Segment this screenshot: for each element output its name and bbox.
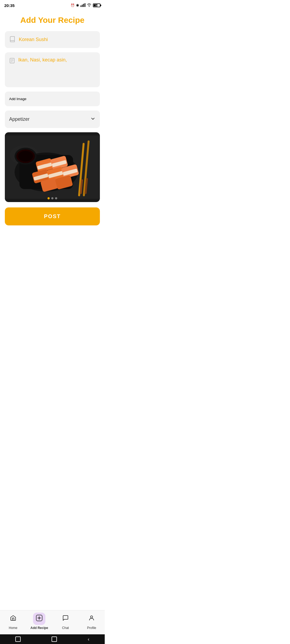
svg-rect-2 [83, 4, 84, 7]
bluetooth-icon: ✱ [76, 3, 79, 8]
svg-rect-3 [85, 3, 85, 7]
recipe-name-input[interactable] [19, 37, 96, 42]
category-label: Appetizer [9, 116, 30, 122]
list-icon [9, 58, 15, 64]
status-time: 20:35 [4, 3, 15, 8]
food-image [5, 132, 100, 202]
image-dots [48, 197, 57, 199]
svg-point-16 [18, 151, 33, 162]
dot-1 [51, 197, 53, 199]
chevron-down-icon [90, 116, 96, 123]
dot-active [48, 197, 50, 199]
dot-2 [55, 197, 57, 199]
ingredients-field[interactable]: Ikan, Nasi, kecap asin, [5, 52, 100, 87]
signal-icon [81, 3, 85, 8]
alarm-icon: ⏰ [71, 3, 75, 7]
post-label: POST [44, 213, 61, 219]
battery-icon: 54 [93, 3, 100, 7]
status-bar: 20:35 ⏰ ✱ 54 [0, 0, 105, 11]
page-content: Add Your Recipe Ikan, Nasi, kecap asin, … [0, 11, 105, 252]
wifi-icon [87, 3, 92, 8]
ingredients-input[interactable]: Ikan, Nasi, kecap asin, [18, 57, 96, 80]
add-image-label: Add Image [9, 97, 26, 101]
category-dropdown[interactable]: Appetizer [5, 111, 100, 128]
book-icon [9, 36, 16, 43]
post-button[interactable]: POST [5, 207, 100, 225]
svg-rect-1 [82, 5, 83, 7]
status-icons: ⏰ ✱ 54 [71, 3, 100, 8]
page-title: Add Your Recipe [5, 16, 100, 25]
recipe-name-field[interactable] [5, 31, 100, 48]
add-image-button[interactable]: Add Image [5, 92, 100, 106]
svg-rect-0 [81, 5, 81, 7]
